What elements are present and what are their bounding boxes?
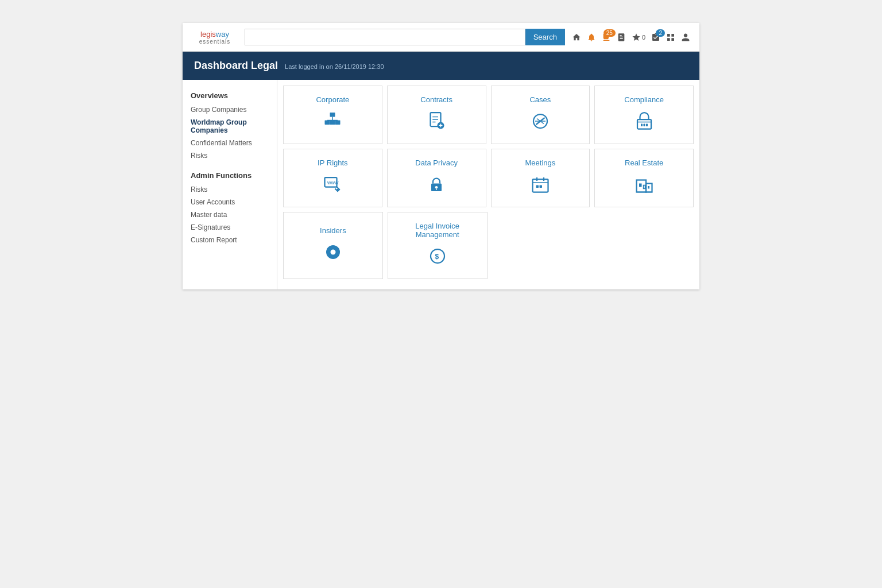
svg-text:www.: www. <box>327 180 340 185</box>
card-corporate-label: Corporate <box>316 95 349 104</box>
dashboard-subtitle: Last logged in on 26/11/2019 12:30 <box>285 63 384 70</box>
grid-row-1: Corporate Contracts Cases <box>283 86 694 144</box>
svg-point-24 <box>337 189 339 191</box>
checklist-badge: 2 <box>656 29 665 37</box>
card-empty-1 <box>492 212 591 279</box>
card-compliance-label: Compliance <box>624 95 664 104</box>
card-corporate[interactable]: Corporate <box>283 86 382 144</box>
card-ip-rights[interactable]: IP Rights www. <box>283 149 382 207</box>
svg-rect-19 <box>643 124 645 127</box>
header: legisway essentials Search 25 <box>183 23 699 52</box>
corporate-icon <box>322 111 343 134</box>
ip-rights-icon: www. <box>322 174 343 198</box>
sidebar-item-custom-report[interactable]: Custom Report <box>183 234 277 246</box>
admin-title: Admin Functions <box>183 168 277 183</box>
meetings-icon <box>530 174 551 198</box>
card-invoice-label: Legal Invoice Management <box>394 222 481 239</box>
search-input[interactable] <box>245 29 525 45</box>
sidebar-item-risks[interactable]: Risks <box>183 149 277 162</box>
insiders-icon <box>323 242 343 265</box>
sidebar-item-master-data[interactable]: Master data <box>183 208 277 221</box>
invoice-icon: $ <box>427 246 448 269</box>
svg-rect-33 <box>539 185 542 188</box>
favorites-count: 0 <box>642 34 645 41</box>
tasks-icon[interactable]: 25 <box>602 33 611 42</box>
docs-icon[interactable] <box>617 33 626 42</box>
data-privacy-icon <box>426 174 447 198</box>
svg-text:$: $ <box>435 253 439 261</box>
real-estate-icon <box>634 174 655 198</box>
card-data-privacy-label: Data Privacy <box>415 158 458 167</box>
card-contracts[interactable]: Contracts <box>387 86 486 144</box>
dashboard-header: Dashboard Legal Last logged in on 26/11/… <box>183 52 699 80</box>
card-meetings[interactable]: Meetings <box>491 149 590 207</box>
sidebar-item-group-companies[interactable]: Group Companies <box>183 103 277 116</box>
header-icons: 25 0 2 <box>572 33 690 42</box>
card-contracts-label: Contracts <box>420 95 452 104</box>
svg-rect-3 <box>335 121 341 125</box>
card-invoice[interactable]: Legal Invoice Management $ <box>388 212 488 279</box>
user-icon[interactable] <box>681 33 690 42</box>
svg-rect-39 <box>648 186 649 189</box>
card-real-estate-label: Real Estate <box>625 158 663 167</box>
card-empty-2 <box>595 212 694 279</box>
svg-rect-20 <box>646 124 648 127</box>
cases-icon <box>530 111 551 134</box>
favorites-icon[interactable]: 0 <box>632 33 645 42</box>
svg-rect-18 <box>641 124 643 127</box>
compliance-icon <box>634 111 655 134</box>
card-insiders[interactable]: Insiders <box>283 212 383 279</box>
tasks-badge: 25 <box>604 29 616 37</box>
logo-way: way <box>216 30 229 38</box>
logo-sub: essentials <box>199 38 230 45</box>
card-cases-label: Cases <box>529 95 551 104</box>
dashboard-title: Dashboard Legal <box>194 60 278 72</box>
grid-icon[interactable] <box>666 33 675 42</box>
svg-point-41 <box>330 249 335 254</box>
home-icon[interactable] <box>572 33 581 42</box>
card-compliance[interactable]: Compliance <box>594 86 694 144</box>
sidebar-item-worldmap[interactable]: Worldmap Group Companies <box>183 116 277 137</box>
card-insiders-label: Insiders <box>320 226 346 235</box>
grid-row-2: IP Rights www. Data Privacy Meetings <box>283 149 694 207</box>
sidebar-item-confidential[interactable]: Confidential Matters <box>183 137 277 149</box>
card-meetings-label: Meetings <box>525 158 556 167</box>
search-button[interactable]: Search <box>525 29 565 45</box>
sidebar-item-esignatures[interactable]: E-Signatures <box>183 221 277 234</box>
overviews-title: Overviews <box>183 88 277 103</box>
checklist-icon[interactable]: 2 <box>651 33 660 42</box>
notification-icon[interactable] <box>587 33 596 42</box>
card-real-estate[interactable]: Real Estate <box>594 149 694 207</box>
svg-rect-2 <box>330 121 335 125</box>
main-content: Overviews Group Companies Worldmap Group… <box>183 80 699 289</box>
svg-rect-0 <box>330 113 335 117</box>
logo-text: legisway <box>200 30 229 38</box>
grid-area: Corporate Contracts Cases <box>277 80 699 289</box>
sidebar: Overviews Group Companies Worldmap Group… <box>183 80 277 289</box>
svg-rect-37 <box>639 184 642 187</box>
grid-row-3: Insiders Legal Invoice Management $ <box>283 212 694 279</box>
sidebar-item-user-accounts[interactable]: User Accounts <box>183 196 277 208</box>
app-container: legisway essentials Search 25 <box>183 23 699 289</box>
svg-rect-1 <box>325 121 330 125</box>
svg-rect-38 <box>643 185 645 189</box>
card-data-privacy[interactable]: Data Privacy <box>387 149 486 207</box>
card-ip-rights-label: IP Rights <box>318 158 348 167</box>
logo: legisway essentials <box>192 30 238 45</box>
contracts-icon <box>426 111 447 134</box>
card-cases[interactable]: Cases <box>491 86 590 144</box>
svg-point-26 <box>435 186 438 189</box>
sidebar-item-admin-risks[interactable]: Risks <box>183 183 277 196</box>
logo-legis: legis <box>200 30 216 38</box>
svg-rect-32 <box>536 185 539 188</box>
search-area: Search <box>245 29 565 45</box>
